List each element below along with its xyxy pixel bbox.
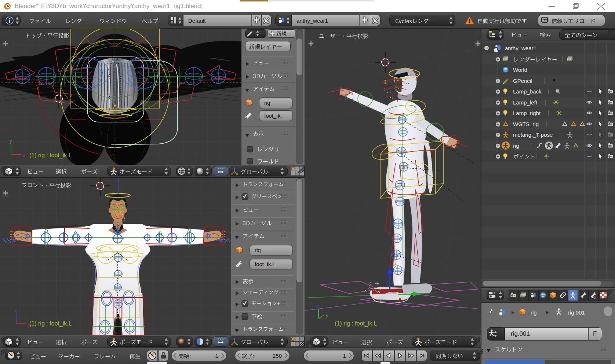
svg-text:z: z — [317, 303, 319, 309]
svg-text:y: y — [326, 313, 328, 318]
svg-text:z: z — [15, 307, 17, 313]
svg-text:y: y — [10, 138, 12, 144]
svg-text:x: x — [23, 153, 25, 158]
